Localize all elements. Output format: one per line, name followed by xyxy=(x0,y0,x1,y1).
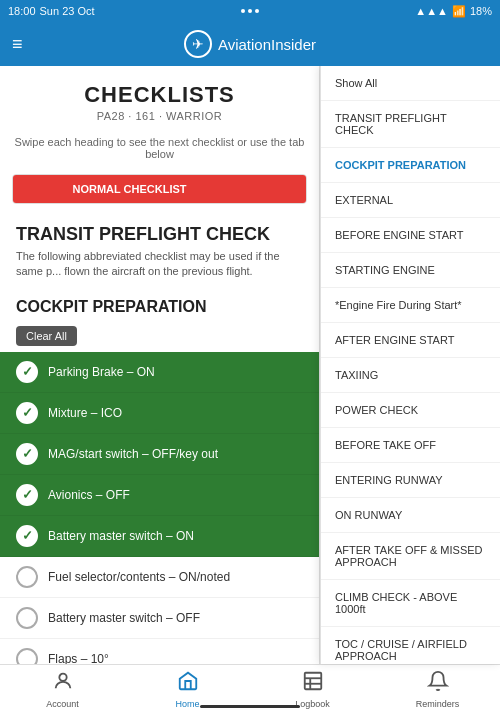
main-content: CHECKLISTS PA28 · 161 · WARRIOR Swipe ea… xyxy=(0,66,500,664)
checklist-item[interactable]: ✓ Mixture – ICO xyxy=(0,393,319,434)
check-circle: ✓ xyxy=(16,484,38,506)
swipe-hint: Swipe each heading to see the next check… xyxy=(0,130,319,166)
checklist-item[interactable]: ✓ MAG/start switch – OFF/key out xyxy=(0,434,319,475)
svg-point-0 xyxy=(59,674,66,681)
status-bar-left: 18:00 Sun 23 Oct xyxy=(8,5,95,17)
wifi-icon: 📶 xyxy=(452,5,466,18)
checkmark-icon: ✓ xyxy=(22,487,33,502)
account-icon xyxy=(52,670,74,697)
check-circle xyxy=(16,648,38,664)
logo-circle: ✈ xyxy=(184,30,212,58)
checklist-item[interactable]: ✓ Avionics – OFF xyxy=(0,475,319,516)
dropdown-item-after-takeoff[interactable]: AFTER TAKE OFF & MISSED APPROACH xyxy=(321,533,500,580)
dropdown-item-climb-check[interactable]: CLIMB CHECK - ABOVE 1000ft xyxy=(321,580,500,627)
item-text: Avionics – OFF xyxy=(48,488,130,502)
logbook-icon xyxy=(302,670,324,697)
item-text: Battery master switch – OFF xyxy=(48,611,200,625)
item-text: Battery master switch – ON xyxy=(48,529,194,543)
cockpit-title: COCKPIT PREPARATION xyxy=(0,288,319,322)
item-text: MAG/start switch – OFF/key out xyxy=(48,447,218,461)
dropdown-item-external[interactable]: EXTERNAL xyxy=(321,183,500,218)
dropdown-item-transit[interactable]: TRANSIT PREFLIGHT CHECK xyxy=(321,101,500,148)
nav-item-logbook[interactable]: Logbook xyxy=(250,670,375,709)
check-circle: ✓ xyxy=(16,402,38,424)
transit-section: TRANSIT PREFLIGHT CHECK The following ab… xyxy=(0,212,319,288)
home-indicator xyxy=(200,705,300,708)
page-subtitle: PA28 · 161 · WARRIOR xyxy=(12,110,307,122)
check-circle: ✓ xyxy=(16,525,38,547)
nav-label-reminders: Reminders xyxy=(416,699,460,709)
dropdown-item-on-runway[interactable]: ON RUNWAY xyxy=(321,498,500,533)
check-circle xyxy=(16,566,38,588)
checkmark-icon: ✓ xyxy=(22,405,33,420)
dropdown-item-starting-engine[interactable]: STARTING ENGINE xyxy=(321,253,500,288)
transit-heading: TRANSIT PREFLIGHT CHECK xyxy=(0,212,319,249)
nav-item-reminders[interactable]: Reminders xyxy=(375,670,500,709)
header-logo: ✈ AviationInsider xyxy=(184,30,316,58)
item-text: Fuel selector/contents – ON/noted xyxy=(48,570,230,584)
page-title-section: CHECKLISTS PA28 · 161 · WARRIOR xyxy=(0,66,319,130)
tab-extra[interactable] xyxy=(246,175,306,203)
tab-normal-checklist[interactable]: NORMAL CHECKLIST xyxy=(13,175,246,203)
item-text: Mixture – ICO xyxy=(48,406,122,420)
item-text: Parking Brake – ON xyxy=(48,365,155,379)
plane-icon: ✈ xyxy=(192,36,204,52)
check-circle: ✓ xyxy=(16,361,38,383)
dropdown-item-show-all[interactable]: Show All xyxy=(321,66,500,101)
header: ≡ ✈ AviationInsider xyxy=(0,22,500,66)
menu-icon[interactable]: ≡ xyxy=(12,34,23,55)
cockpit-clear-all-button[interactable]: Clear All xyxy=(16,326,77,346)
dropdown-item-entering-runway[interactable]: ENTERING RUNWAY xyxy=(321,463,500,498)
checklist-item[interactable]: Flaps – 10° xyxy=(0,639,319,664)
tab-bar: NORMAL CHECKLIST xyxy=(12,174,307,204)
check-circle: ✓ xyxy=(16,443,38,465)
dropdown-item-toc-cruise[interactable]: TOC / CRUISE / AIRFIELD APPROACH xyxy=(321,627,500,664)
nav-label-account: Account xyxy=(46,699,79,709)
left-panel: CHECKLISTS PA28 · 161 · WARRIOR Swipe ea… xyxy=(0,66,320,664)
transit-desc: The following abbreviated checklist may … xyxy=(0,249,319,288)
home-icon xyxy=(177,670,199,697)
page-title: CHECKLISTS xyxy=(12,82,307,108)
checklist-item[interactable]: ✓ Battery master switch – ON xyxy=(0,516,319,557)
status-bar-right: ▲▲▲ 📶 18% xyxy=(415,5,492,18)
checklist-item[interactable]: Battery master switch – OFF xyxy=(0,598,319,639)
dropdown-item-before-engine[interactable]: BEFORE ENGINE START xyxy=(321,218,500,253)
item-text: Flaps – 10° xyxy=(48,652,109,664)
checkmark-icon: ✓ xyxy=(22,364,33,379)
nav-item-account[interactable]: Account xyxy=(0,670,125,709)
battery-level: 18% xyxy=(470,5,492,17)
dropdown-item-before-takeoff[interactable]: BEFORE TAKE OFF xyxy=(321,428,500,463)
dropdown-item-cockpit[interactable]: COCKPIT PREPARATION xyxy=(321,148,500,183)
dropdown-item-engine-fire[interactable]: *Engine Fire During Start* xyxy=(321,288,500,323)
signal-dots xyxy=(241,9,259,13)
app-title: AviationInsider xyxy=(218,36,316,53)
cockpit-section: COCKPIT PREPARATION Clear All ✓ Parking … xyxy=(0,288,319,664)
dropdown-item-after-engine[interactable]: AFTER ENGINE START xyxy=(321,323,500,358)
signal-icon: ▲▲▲ xyxy=(415,5,448,17)
checkmark-icon: ✓ xyxy=(22,446,33,461)
svg-rect-1 xyxy=(304,673,321,690)
nav-item-home[interactable]: Home xyxy=(125,670,250,709)
nav-label-logbook: Logbook xyxy=(295,699,330,709)
checklist-item[interactable]: ✓ Parking Brake – ON xyxy=(0,352,319,393)
checkmark-icon: ✓ xyxy=(22,528,33,543)
status-bar: 18:00 Sun 23 Oct ▲▲▲ 📶 18% xyxy=(0,0,500,22)
checklist-dropdown: Show All TRANSIT PREFLIGHT CHECK COCKPIT… xyxy=(320,66,500,664)
nav-label-home: Home xyxy=(175,699,199,709)
reminders-icon xyxy=(427,670,449,697)
checklist-item[interactable]: Fuel selector/contents – ON/noted xyxy=(0,557,319,598)
dropdown-item-taxiing[interactable]: TAXIING xyxy=(321,358,500,393)
check-circle xyxy=(16,607,38,629)
time: 18:00 xyxy=(8,5,36,17)
dropdown-item-power-check[interactable]: POWER CHECK xyxy=(321,393,500,428)
date: Sun 23 Oct xyxy=(40,5,95,17)
